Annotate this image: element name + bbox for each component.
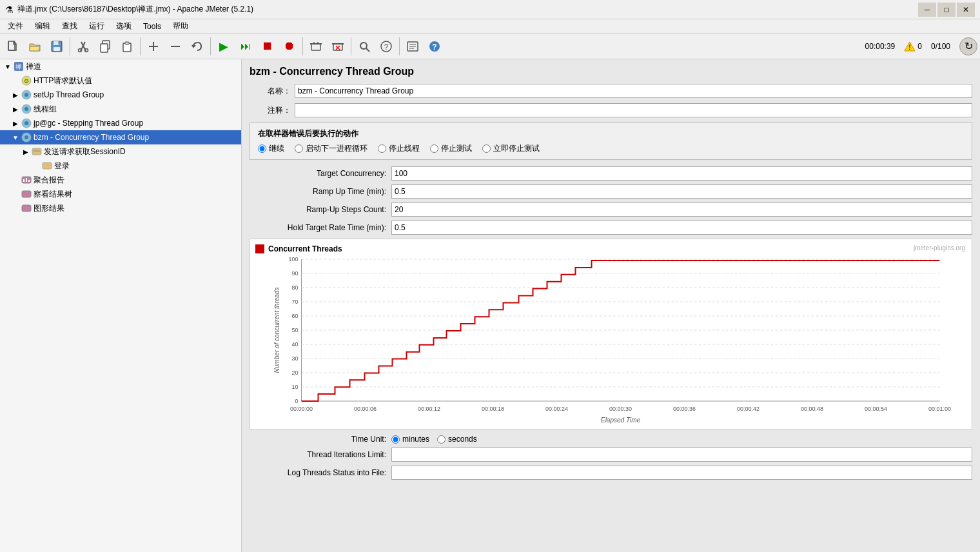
- svg-rect-57: [22, 191, 31, 197]
- hold-rate-input[interactable]: [391, 221, 972, 235]
- help-button[interactable]: ?: [376, 36, 397, 57]
- tree-label-setup: setUp Thread Group: [34, 90, 104, 99]
- toolbar: ▶ ⏭ ⏹ ⏺ ? ? 00:00:39 ! 0 0/100 ↻: [0, 34, 980, 59]
- open-button[interactable]: [24, 36, 45, 57]
- tree-label-send: 发送请求获取SessionID: [44, 146, 126, 157]
- chart-header: Concurrent Threads: [255, 244, 966, 253]
- tree-item-setup[interactable]: ▶ setUp Thread Group: [0, 88, 241, 102]
- save-button[interactable]: [46, 36, 67, 57]
- error-action-options: 继续 启动下一进程循环 停止线程 停止测试 立即停止测试: [258, 143, 964, 154]
- tree-label-graph: 图形结果: [34, 203, 64, 214]
- svg-rect-54: [23, 179, 24, 182]
- toolbar-warning: ! 0: [904, 41, 922, 52]
- radio-minutes[interactable]: minutes: [391, 435, 429, 444]
- error-action-section: 在取样器错误后要执行的动作 继续 启动下一进程循环 停止线程 停止测试 立即停止…: [250, 123, 972, 160]
- svg-point-45: [24, 107, 28, 111]
- tree-item-http-defaults[interactable]: ⚙ HTTP请求默认值: [0, 74, 241, 88]
- help2-button[interactable]: ?: [424, 36, 445, 57]
- comment-input[interactable]: [295, 103, 972, 117]
- shutdown-button[interactable]: ⏺: [279, 36, 300, 57]
- tree-item-jp-stepping[interactable]: ▶ jp@gc - Stepping Thread Group: [0, 116, 241, 130]
- ramp-up-time-row: Ramp Up Time (min):: [250, 184, 972, 199]
- radio-stop-test[interactable]: 停止测试: [430, 143, 472, 154]
- menu-run[interactable]: 运行: [84, 19, 110, 34]
- tree-item-root[interactable]: ▼ 禅 禅道: [0, 59, 241, 74]
- start-nopause-button[interactable]: ⏭: [235, 36, 256, 57]
- target-concurrency-input[interactable]: [391, 166, 972, 181]
- tree-label-thread: 线程组: [34, 104, 57, 115]
- log-viewer-button[interactable]: [402, 36, 423, 57]
- add-button[interactable]: [143, 36, 164, 57]
- start-button[interactable]: ▶: [213, 36, 234, 57]
- ramp-up-steps-input[interactable]: [391, 202, 972, 217]
- tree-label-http: HTTP请求默认值: [34, 75, 92, 86]
- new-button[interactable]: [3, 36, 23, 57]
- tree-icon-jp: [21, 117, 32, 129]
- radio-start-next[interactable]: 启动下一进程循环: [295, 143, 368, 154]
- undo-button[interactable]: [187, 36, 208, 57]
- svg-text:00:00:30: 00:00:30: [609, 406, 632, 412]
- hold-rate-label: Hold Target Rate Time (min):: [250, 223, 391, 232]
- svg-text:!: !: [909, 44, 911, 51]
- svg-rect-12: [101, 44, 108, 52]
- clear-button[interactable]: [306, 36, 326, 57]
- warning-icon: !: [904, 41, 916, 52]
- radio-stop-test-now[interactable]: 立即停止测试: [482, 143, 540, 154]
- svg-text:禅: 禅: [15, 63, 22, 70]
- spinner-button[interactable]: ↻: [959, 37, 977, 55]
- tree-item-bzm[interactable]: ▼ bzm - Concurrency Thread Group: [0, 130, 241, 144]
- close-button[interactable]: ✕: [957, 3, 975, 17]
- tree-toggle-bzm[interactable]: ▼: [10, 134, 21, 141]
- svg-text:Number of concurrent threads: Number of concurrent threads: [273, 288, 280, 373]
- window-controls: ─ □ ✕: [918, 3, 975, 17]
- svg-text:30: 30: [291, 355, 298, 362]
- log-threads-row: Log Threads Status into File:: [250, 466, 972, 480]
- browse-button[interactable]: [354, 36, 375, 57]
- tree-item-view-tree[interactable]: 察看结果树: [0, 187, 241, 201]
- tree-icon-http: ⚙: [21, 75, 32, 86]
- svg-point-43: [24, 93, 28, 97]
- radio-seconds[interactable]: seconds: [437, 435, 477, 444]
- tree-toggle-send[interactable]: ▶: [21, 148, 31, 155]
- chart-legend-color: [255, 244, 264, 253]
- menu-file[interactable]: 文件: [3, 19, 28, 34]
- svg-text:0: 0: [295, 398, 298, 404]
- svg-rect-14: [125, 42, 129, 44]
- menu-edit[interactable]: 编辑: [30, 19, 55, 34]
- cut-button[interactable]: [73, 36, 93, 57]
- svg-text:00:00:06: 00:00:06: [354, 406, 377, 412]
- tree-item-send-request[interactable]: ▶ 发送请求获取SessionID: [0, 144, 241, 159]
- svg-text:50: 50: [291, 327, 298, 333]
- menu-tools[interactable]: Tools: [138, 19, 166, 34]
- svg-text:100: 100: [288, 256, 298, 262]
- tree-toggle-setup[interactable]: ▶: [10, 92, 21, 99]
- maximize-button[interactable]: □: [937, 3, 956, 17]
- log-threads-input[interactable]: [391, 466, 972, 480]
- svg-text:00:00:18: 00:00:18: [482, 406, 504, 412]
- radio-stop-thread[interactable]: 停止线程: [378, 143, 420, 154]
- copy-button[interactable]: [95, 36, 115, 57]
- minimize-button[interactable]: ─: [918, 3, 936, 17]
- tree-item-graph[interactable]: 图形结果: [0, 201, 241, 215]
- menu-find[interactable]: 查找: [57, 19, 83, 34]
- tree-toggle-jp[interactable]: ▶: [10, 120, 21, 127]
- thread-iterations-input[interactable]: [391, 448, 972, 462]
- svg-text:⚙: ⚙: [24, 78, 29, 84]
- tree-item-login[interactable]: 登录: [0, 159, 241, 173]
- sep-5: [351, 37, 351, 55]
- target-concurrency-label: Target Concurrency:: [250, 169, 391, 178]
- tree-icon-thread: [21, 103, 32, 115]
- tree-item-agg-report[interactable]: 聚合报告: [0, 173, 241, 187]
- ramp-up-time-input[interactable]: [391, 184, 972, 199]
- name-input[interactable]: [295, 84, 972, 98]
- clear-all-button[interactable]: [328, 36, 348, 57]
- radio-continue[interactable]: 继续: [258, 143, 284, 154]
- tree-toggle-root[interactable]: ▼: [3, 63, 13, 70]
- stop-button[interactable]: ⏹: [257, 36, 278, 57]
- menu-help[interactable]: 帮助: [168, 19, 193, 34]
- tree-toggle-thread[interactable]: ▶: [10, 106, 21, 113]
- menu-options[interactable]: 选项: [111, 19, 137, 34]
- paste-button[interactable]: [117, 36, 137, 57]
- tree-item-thread-group[interactable]: ▶ 线程组: [0, 102, 241, 116]
- remove-button[interactable]: [165, 36, 186, 57]
